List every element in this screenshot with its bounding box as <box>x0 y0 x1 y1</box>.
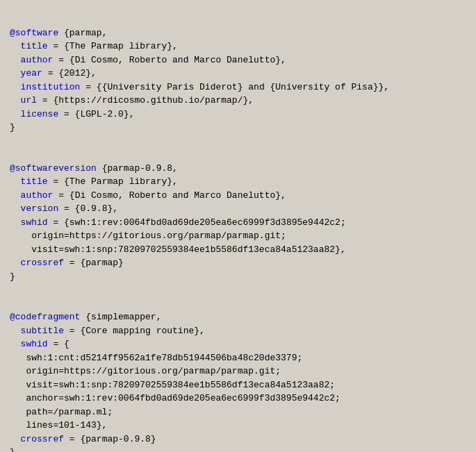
field-year-1: year <box>21 68 42 78</box>
field-crossref-3: crossref <box>21 434 64 444</box>
field-swhid-3: swhid <box>21 339 48 349</box>
field-swhid-2: swhid <box>21 217 48 228</box>
entry-type-softwareversion: @softwareversion <box>10 163 97 174</box>
field-crossref-2: crossref <box>21 258 64 268</box>
code-content: @software {parmap, title = {The Parmap l… <box>7 7 469 452</box>
field-author-2: author <box>21 190 54 201</box>
field-url-1: url <box>21 95 37 106</box>
field-title-1: title <box>21 41 48 51</box>
field-version-2: version <box>21 203 59 214</box>
field-author-1: author <box>21 55 54 65</box>
entry-type-software: @software <box>10 28 58 38</box>
field-title-2: title <box>21 176 48 187</box>
field-institution-1: institution <box>21 82 81 92</box>
entry-type-codefragment: @codefragment <box>10 312 80 322</box>
field-license-1: license <box>21 109 59 119</box>
field-subtitle-3: subtitle <box>21 326 64 336</box>
